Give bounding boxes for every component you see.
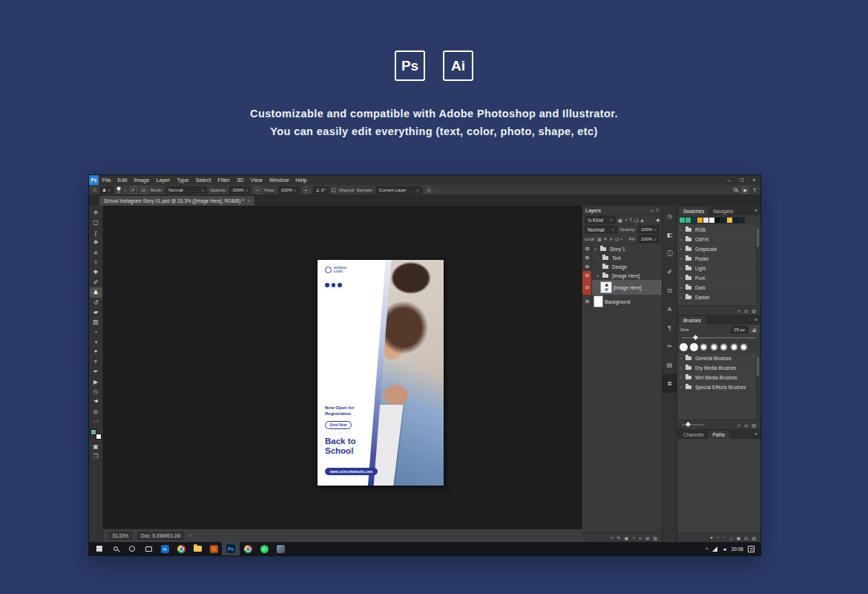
clone-source-panel-icon[interactable]: ⊡ — [662, 281, 677, 300]
layer-row-image-selected[interactable]: [Image Here] — [582, 280, 662, 295]
search-icon[interactable] — [108, 542, 124, 555]
expand-caret-icon[interactable]: › — [592, 255, 599, 260]
delete-swatch-icon[interactable]: ▥ — [752, 308, 756, 313]
search-icon[interactable] — [734, 188, 737, 192]
new-path-icon[interactable]: ⊡ — [744, 535, 748, 541]
action-center-icon[interactable] — [748, 546, 754, 552]
brush-settings-panel-icon[interactable]: ✐ — [662, 263, 677, 281]
menu-item[interactable]: Image — [131, 177, 153, 183]
soft-round-brush[interactable] — [700, 343, 708, 351]
hand-tool[interactable]: ☚ — [90, 396, 102, 406]
menu-item[interactable]: Help — [292, 177, 310, 183]
lock-artboard-icon[interactable]: ❏ — [615, 237, 619, 241]
filter-adjustment-icon[interactable]: ◑ — [625, 218, 628, 222]
status-arrow-icon[interactable]: › — [189, 533, 191, 538]
ignore-adjustment-layers-icon[interactable]: ⊘ — [425, 186, 433, 194]
swatch-group-row[interactable]: RGB — [677, 225, 760, 235]
color-swatch[interactable] — [733, 218, 738, 223]
paragraph-panel-icon[interactable]: ¶ — [662, 319, 677, 337]
sample-select[interactable]: Current Layer ∨ — [376, 186, 422, 194]
file-explorer-icon[interactable] — [189, 542, 206, 555]
adjustment-layer-icon[interactable]: ◑ — [632, 535, 635, 540]
aligned-checkbox[interactable]: ✓ — [332, 188, 336, 192]
restore-button[interactable]: ❐ — [735, 177, 748, 183]
swatch-group-row[interactable]: Light — [677, 264, 760, 273]
delete-path-icon[interactable]: ▥ — [752, 535, 756, 541]
lock-all-icon[interactable]: ▪ — [621, 237, 622, 241]
tab-channels[interactable]: Channels — [679, 431, 708, 439]
network-icon[interactable] — [712, 546, 717, 552]
panel-menu-icon[interactable]: ≡ — [754, 317, 757, 322]
toggle-clone-source-icon[interactable]: ⊡ — [140, 186, 148, 194]
collapse-panel-icon[interactable]: » — [651, 208, 653, 212]
visibility-toggle[interactable] — [582, 244, 592, 253]
layer-row-design[interactable]: › Design — [582, 262, 662, 271]
filter-type-icon[interactable]: T — [629, 218, 632, 222]
path-selection-tool[interactable]: ▶ — [90, 377, 102, 387]
tab-navigator[interactable]: Navigator — [708, 207, 738, 215]
swatch-group-row[interactable]: CMYK — [677, 235, 760, 244]
brush-group-row[interactable]: General Brushes — [677, 353, 760, 363]
visibility-toggle[interactable] — [582, 262, 592, 271]
soft-round-flow-brush[interactable] — [740, 343, 748, 351]
pen-tool[interactable]: ✒ — [90, 367, 102, 376]
menu-item[interactable]: File — [99, 177, 114, 183]
gradient-tool[interactable]: ▨ — [90, 317, 102, 327]
layer-row-text[interactable]: › Text — [582, 253, 662, 262]
filter-pixel-icon[interactable]: ▦ — [618, 218, 622, 223]
tray-chevron-icon[interactable]: ^ — [706, 546, 708, 552]
soft-round-opacity-brush[interactable] — [720, 343, 728, 351]
close-tab-icon[interactable]: × — [248, 198, 251, 203]
new-group-icon[interactable]: ▱ — [737, 422, 741, 428]
libraries-panel-icon[interactable]: ▤ — [662, 356, 677, 374]
visibility-toggle[interactable] — [582, 253, 592, 262]
layer-blend-mode-select[interactable]: Normal ∨ — [585, 226, 617, 233]
visibility-toggle[interactable] — [582, 271, 592, 280]
link-layers-icon[interactable]: ∞ — [610, 535, 613, 540]
marquee-tool[interactable]: ▢ — [90, 218, 102, 227]
toggle-brush-settings-icon[interactable]: ✐ — [130, 186, 137, 194]
type-tool[interactable]: T — [90, 357, 102, 367]
selection-from-path-icon[interactable]: ◌ — [723, 535, 726, 540]
task-view-icon[interactable] — [140, 542, 157, 555]
color-swatch[interactable] — [703, 218, 708, 223]
quick-selection-tool[interactable]: ❖ — [90, 238, 102, 247]
menu-item[interactable]: 3D — [233, 177, 247, 183]
history-brush-tool[interactable]: ↺ — [90, 298, 102, 307]
lasso-tool[interactable]: ʃ — [90, 228, 102, 238]
menu-item[interactable]: Window — [266, 177, 292, 183]
adjustments-panel-icon[interactable]: ◧ — [662, 226, 677, 244]
cortana-icon[interactable] — [124, 542, 140, 555]
mask-from-path-icon[interactable]: ◇ — [729, 535, 733, 541]
close-button[interactable]: ✕ — [748, 177, 760, 183]
brush-size-field[interactable]: 25 px — [731, 326, 748, 333]
screen-mode-icon[interactable]: ❐ — [90, 451, 102, 461]
tool-preset-picker[interactable]: ♟ ∨ — [99, 186, 114, 194]
color-swatch[interactable] — [721, 218, 726, 223]
panel-menu-icon[interactable]: ≡ — [656, 208, 659, 212]
fill-path-icon[interactable]: ● — [710, 535, 713, 540]
brush-group-row[interactable]: Special Effects Brushes — [677, 382, 760, 392]
layer-row-background[interactable]: Background — [582, 295, 662, 308]
airbrush-soft-brush[interactable] — [730, 343, 738, 351]
filter-shape-icon[interactable]: ❏ — [634, 218, 638, 223]
filter-smart-icon[interactable]: ◈ — [640, 218, 644, 223]
swatch-group-row[interactable]: Dark — [677, 283, 760, 293]
visibility-toggle[interactable] — [582, 295, 592, 308]
hard-round-brush[interactable] — [680, 343, 688, 351]
tab-brushes[interactable]: Brushes — [679, 316, 706, 324]
menu-item[interactable]: View — [247, 177, 266, 183]
layer-filter-select[interactable]: Kind ∨ — [585, 216, 616, 223]
lock-transparency-icon[interactable]: ▨ — [597, 237, 601, 241]
document-tab[interactable]: School Instagram Story 01.psd @ 33,3% ([… — [99, 196, 254, 206]
scrollbar[interactable] — [756, 354, 760, 419]
layers-panel-icon[interactable]: ≣ — [662, 374, 677, 393]
history-panel-icon[interactable]: ◷ — [662, 207, 677, 226]
zoom-level-field[interactable]: 33,33% — [108, 532, 132, 540]
blur-tool[interactable]: ◔ — [90, 327, 102, 337]
info-panel-icon[interactable]: ⓘ — [662, 244, 677, 263]
menu-item[interactable]: Edit — [114, 177, 131, 183]
layer-row-story1[interactable]: ∨ Story 1 — [582, 244, 662, 253]
adobe-app-icon[interactable] — [206, 542, 222, 555]
new-group-icon[interactable]: ▱ — [737, 308, 741, 313]
